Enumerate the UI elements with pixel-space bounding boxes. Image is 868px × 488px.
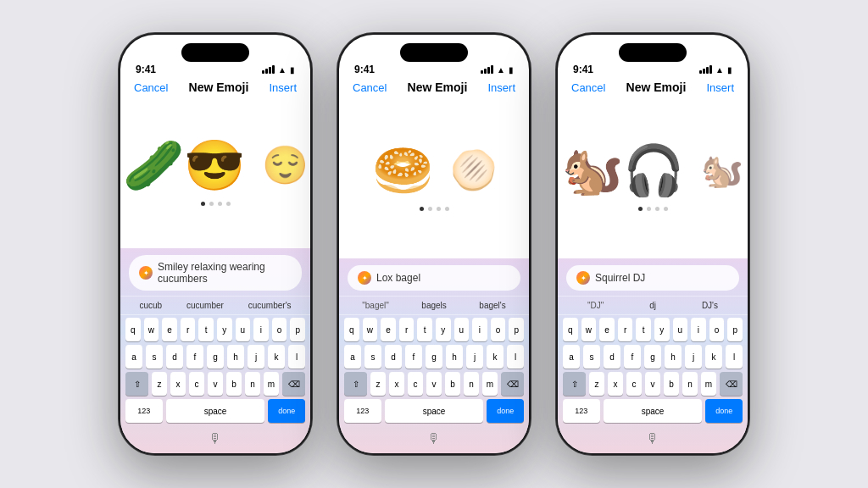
key-j-3[interactable]: j — [685, 345, 702, 369]
key-d-2[interactable]: d — [385, 345, 402, 369]
emoji-alt-2[interactable]: 🫓 — [450, 152, 497, 189]
shift-key-3[interactable]: ⇧ — [563, 372, 586, 396]
key-j-1[interactable]: j — [248, 345, 264, 369]
key-s-1[interactable]: s — [146, 345, 163, 369]
autocomplete-3-2[interactable]: dj — [646, 299, 659, 312]
key-p-1[interactable]: p — [290, 318, 305, 341]
key-f-2[interactable]: f — [405, 345, 422, 369]
key-e-3[interactable]: e — [599, 318, 615, 341]
emoji-alt-3[interactable]: 🐿️ — [701, 153, 743, 187]
done-key-3[interactable]: done — [705, 399, 743, 423]
key-j-2[interactable]: j — [466, 345, 483, 369]
key-q-2[interactable]: q — [344, 318, 359, 341]
autocomplete-1-1[interactable]: cucub — [136, 299, 165, 312]
key-r-2[interactable]: r — [399, 318, 415, 341]
key-q-3[interactable]: q — [563, 318, 578, 341]
key-w-2[interactable]: w — [363, 318, 378, 341]
insert-button-2[interactable]: Insert — [487, 81, 515, 94]
key-q-1[interactable]: q — [125, 318, 141, 341]
key-f-3[interactable]: f — [624, 345, 641, 369]
key-g-2[interactable]: g — [426, 345, 442, 369]
key-p-3[interactable]: p — [727, 318, 743, 341]
key-l-3[interactable]: l — [726, 345, 743, 369]
key-o-3[interactable]: o — [709, 318, 725, 341]
key-n-3[interactable]: n — [682, 372, 698, 396]
cancel-button-2[interactable]: Cancel — [353, 81, 387, 94]
key-v-1[interactable]: v — [208, 372, 223, 396]
autocomplete-2-2[interactable]: bagels — [418, 299, 449, 312]
cancel-button-3[interactable]: Cancel — [571, 81, 605, 94]
key-d-1[interactable]: d — [166, 345, 183, 369]
mic-icon-2[interactable]: 🎙 — [427, 431, 441, 446]
key-u-3[interactable]: u — [673, 318, 688, 341]
key-x-3[interactable]: x — [608, 372, 623, 396]
key-a-3[interactable]: a — [563, 345, 580, 369]
key-w-3[interactable]: w — [581, 318, 597, 341]
key-p-2[interactable]: p — [509, 318, 524, 341]
autocomplete-2-1[interactable]: "bagel" — [359, 299, 392, 312]
key-m-2[interactable]: m — [482, 372, 498, 396]
insert-button-3[interactable]: Insert — [706, 81, 734, 94]
delete-key-1[interactable]: ⌫ — [282, 372, 305, 396]
key-t-1[interactable]: t — [198, 318, 214, 341]
numbers-key-3[interactable]: 123 — [563, 399, 600, 423]
key-l-2[interactable]: l — [507, 345, 524, 369]
search-field-3[interactable]: Squirrel DJ — [566, 265, 739, 291]
key-g-1[interactable]: g — [207, 345, 224, 369]
key-z-3[interactable]: z — [589, 372, 604, 396]
emoji-alt-1[interactable]: 😌 — [262, 147, 309, 184]
key-l-1[interactable]: l — [288, 345, 305, 369]
autocomplete-3-3[interactable]: DJ's — [698, 299, 721, 312]
key-b-2[interactable]: b — [445, 372, 460, 396]
numbers-key-2[interactable]: 123 — [344, 399, 381, 423]
emoji-main-3[interactable]: 🐿️🎧 — [562, 146, 684, 195]
insert-button-1[interactable]: Insert — [269, 81, 297, 94]
done-key-2[interactable]: done — [487, 399, 524, 423]
shift-key-1[interactable]: ⇧ — [125, 372, 148, 396]
key-k-2[interactable]: k — [487, 345, 504, 369]
key-x-1[interactable]: x — [170, 372, 186, 396]
delete-key-2[interactable]: ⌫ — [501, 372, 524, 396]
space-key-3[interactable]: space — [604, 399, 703, 423]
key-c-1[interactable]: c — [189, 372, 204, 396]
key-v-2[interactable]: v — [426, 372, 442, 396]
key-u-2[interactable]: u — [454, 318, 470, 341]
key-b-3[interactable]: b — [664, 372, 679, 396]
space-key-2[interactable]: space — [385, 399, 484, 423]
mic-icon-3[interactable]: 🎙 — [646, 431, 659, 446]
key-n-1[interactable]: n — [245, 372, 260, 396]
search-field-1[interactable]: Smiley relaxing wearing cucumbers — [129, 255, 302, 291]
key-k-1[interactable]: k — [268, 345, 285, 369]
autocomplete-3-1[interactable]: "DJ" — [584, 299, 607, 312]
key-h-1[interactable]: h — [227, 345, 244, 369]
space-key-1[interactable]: space — [166, 399, 265, 423]
numbers-key-1[interactable]: 123 — [125, 399, 163, 423]
key-r-3[interactable]: r — [618, 318, 633, 341]
key-h-3[interactable]: h — [665, 345, 682, 369]
key-i-3[interactable]: i — [691, 318, 706, 341]
autocomplete-1-3[interactable]: cucumber's — [245, 299, 295, 312]
shift-key-2[interactable]: ⇧ — [344, 372, 367, 396]
emoji-main-1[interactable]: 🥒😎 — [123, 141, 245, 190]
key-i-2[interactable]: i — [472, 318, 487, 341]
key-o-2[interactable]: o — [491, 318, 506, 341]
key-f-1[interactable]: f — [186, 345, 203, 369]
key-s-3[interactable]: s — [583, 345, 600, 369]
key-e-2[interactable]: e — [381, 318, 396, 341]
key-z-2[interactable]: z — [370, 372, 386, 396]
key-i-1[interactable]: i — [253, 318, 269, 341]
key-k-3[interactable]: k — [705, 345, 722, 369]
done-key-1[interactable]: done — [268, 399, 305, 423]
key-a-1[interactable]: a — [125, 345, 142, 369]
key-y-1[interactable]: y — [217, 318, 232, 341]
key-z-1[interactable]: z — [152, 372, 167, 396]
key-o-1[interactable]: o — [272, 318, 287, 341]
key-c-2[interactable]: c — [408, 372, 423, 396]
key-h-2[interactable]: h — [446, 345, 463, 369]
key-m-1[interactable]: m — [264, 372, 279, 396]
cancel-button-1[interactable]: Cancel — [134, 81, 168, 94]
key-y-3[interactable]: y — [654, 318, 670, 341]
delete-key-3[interactable]: ⌫ — [720, 372, 743, 396]
key-r-1[interactable]: r — [181, 318, 196, 341]
key-t-3[interactable]: t — [636, 318, 651, 341]
